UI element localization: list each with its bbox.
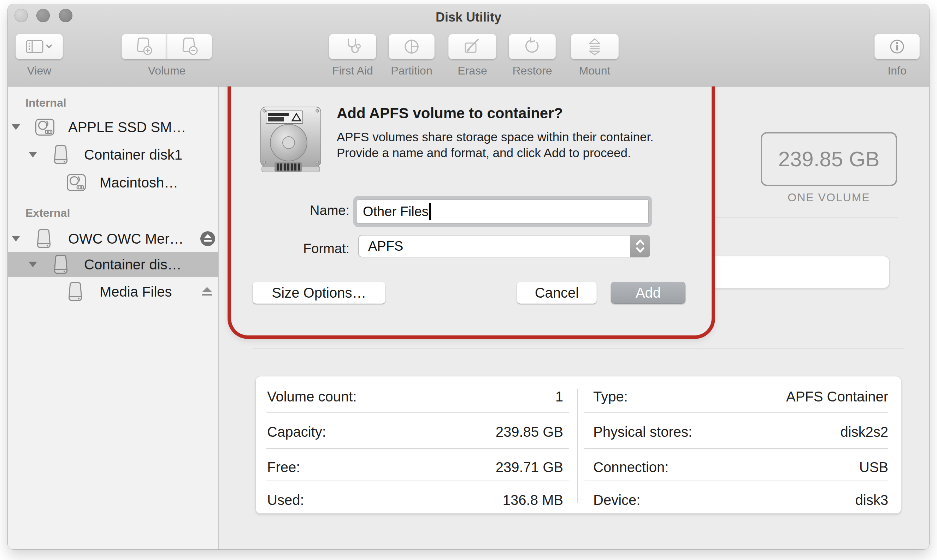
window-title: Disk Utility [8, 10, 929, 25]
mount-button[interactable] [570, 34, 619, 59]
sidebar-item-label: Media Files [100, 284, 172, 300]
format-selected-value: APFS [368, 239, 403, 254]
text-cursor [429, 203, 431, 220]
row-divider [267, 412, 569, 413]
sidebar-item-label: Container disk1 [84, 147, 182, 163]
sidebar-item-macintosh[interactable]: Macintosh… [8, 171, 218, 195]
disclosure-triangle-icon[interactable] [12, 124, 20, 130]
sidebar-item-label: Macintosh… [100, 175, 178, 191]
external-drive-icon [66, 282, 84, 302]
name-input-value: Other Files [363, 204, 428, 219]
eject-circle-icon[interactable] [200, 231, 216, 246]
eject-icon[interactable] [201, 286, 213, 297]
info-label: Volume count: [267, 389, 357, 405]
restore-arrow-icon [523, 37, 542, 56]
sidebar-item-apple-ssd[interactable]: APPLE SSD SM… [8, 115, 218, 139]
divider [253, 348, 904, 349]
first-aid-button[interactable] [329, 34, 376, 59]
popup-stepper[interactable] [630, 235, 650, 257]
sidebar-item-label: APPLE SSD SM… [68, 119, 186, 135]
info-value: disk3 [708, 492, 888, 508]
disk-utility-window: Disk Utility View [8, 4, 929, 549]
view-label: View [15, 64, 63, 77]
internal-disk-icon [35, 118, 55, 136]
mount-eject-icon [586, 37, 603, 56]
size-options-button[interactable]: Size Options… [253, 282, 385, 304]
name-input-focus-ring: Other Files [353, 196, 652, 227]
format-field-label: Format: [252, 241, 350, 256]
sidebar-item-container-disk1[interactable]: Container disk1 [8, 143, 218, 167]
hard-drive-image [259, 106, 322, 173]
dialog-body-line2: Provide a name and format, and click Add… [337, 145, 653, 161]
external-drive-icon [52, 255, 69, 274]
cancel-button[interactable]: Cancel [517, 282, 597, 304]
capacity-value: 239.85 GB [778, 147, 880, 171]
sidebar-view-icon [26, 40, 52, 54]
toolbar-item-view: View [15, 34, 63, 77]
sidebar-item-owc[interactable]: OWC OWC Mer… [8, 227, 218, 251]
remove-volume-button[interactable] [166, 34, 212, 59]
add-button[interactable]: Add [611, 282, 686, 304]
first-aid-label: First Aid [329, 64, 376, 77]
sidebar-item-media-files[interactable]: Media Files [8, 280, 218, 304]
sidebar-section-internal: Internal [25, 96, 66, 109]
restore-button[interactable] [509, 34, 556, 59]
info-value: 239.71 GB [411, 459, 563, 475]
external-drive-icon [35, 229, 52, 249]
info-label: Type: [593, 389, 628, 405]
info-table: Volume count: 1 Capacity: 239.85 GB Free… [256, 376, 901, 514]
info-label: Physical stores: [593, 424, 692, 440]
info-value: 1 [411, 389, 563, 405]
info-label: Free: [267, 459, 300, 475]
info-value: disk2s2 [708, 424, 888, 440]
view-button[interactable] [15, 34, 63, 59]
external-drive-icon [52, 145, 69, 165]
row-divider [267, 480, 569, 481]
erase-pencil-icon [463, 37, 482, 56]
capacity-caption: ONE VOLUME [761, 191, 897, 204]
dialog-body-line1: APFS volumes share storage space within … [337, 129, 653, 145]
row-divider [584, 448, 888, 449]
chevron-up-down-icon [635, 238, 645, 254]
volume-name-input[interactable]: Other Files [357, 200, 649, 223]
info-value: 136.8 MB [411, 492, 563, 508]
toolbar-item-info: Info [874, 34, 920, 77]
toolbar-item-restore: Restore [509, 34, 556, 77]
format-popup-button[interactable]: APFS [358, 235, 650, 257]
row-divider [267, 448, 569, 449]
add-apfs-volume-sheet: Add APFS volume to container? APFS volum… [228, 86, 715, 339]
content-area: 239.85 GB ONE VOLUME Volume count: 1 Cap… [219, 86, 929, 549]
disclosure-triangle-icon[interactable] [29, 152, 37, 157]
partition-pie-icon [402, 37, 421, 56]
mount-label: Mount [570, 64, 619, 77]
column-divider [577, 389, 578, 503]
disclosure-triangle-icon[interactable] [12, 236, 20, 242]
partition-icon-button[interactable] [388, 34, 435, 59]
info-button[interactable] [874, 34, 920, 59]
disclosure-triangle-icon[interactable] [29, 262, 37, 267]
name-field-label: Name: [252, 203, 350, 218]
toolbar-item-mount: Mount [570, 34, 619, 77]
info-label: Info [874, 64, 920, 77]
partition-label: Partition [388, 64, 435, 77]
add-volume-icon [134, 37, 154, 56]
info-label: Device: [593, 492, 640, 508]
main-area: Internal APPLE SSD SM… Container disk1 [8, 86, 929, 549]
toolbar-item-partition: Partition [388, 34, 435, 77]
info-circle-icon [888, 38, 906, 55]
volume-label: Volume [122, 64, 212, 77]
sidebar-item-container-disk-selected[interactable]: Container dis… [8, 252, 218, 277]
screenshot-page: Disk Utility View [0, 0, 937, 560]
erase-button[interactable] [448, 34, 496, 59]
toolbar-item-first-aid: First Aid [329, 34, 376, 77]
info-value: 239.85 GB [411, 424, 563, 440]
info-value: APFS Container [708, 389, 888, 405]
sidebar-section-external: External [25, 206, 70, 220]
add-volume-button[interactable] [122, 34, 166, 59]
remove-volume-icon [179, 37, 200, 56]
toolbar-item-erase: Erase [448, 34, 496, 77]
sidebar: Internal APPLE SSD SM… Container disk1 [8, 86, 219, 549]
capacity-box: 239.85 GB [761, 132, 897, 186]
dialog-body: APFS volumes share storage space within … [337, 129, 653, 161]
restore-label: Restore [509, 64, 556, 77]
